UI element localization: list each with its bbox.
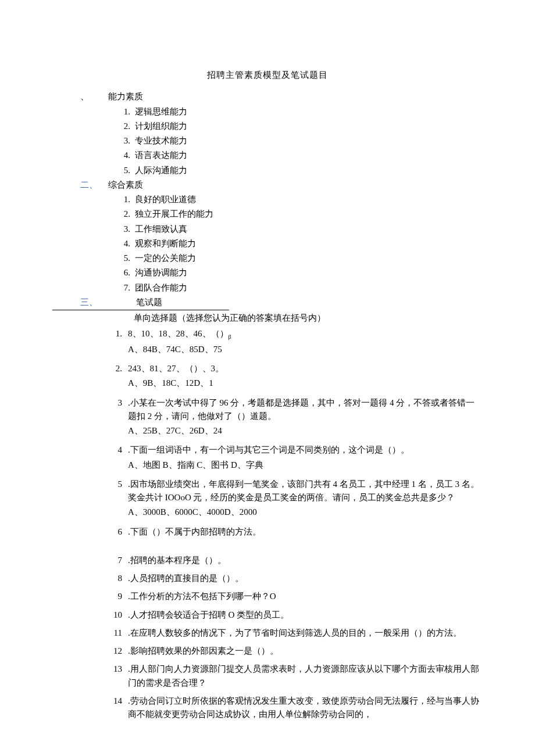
question-4: 4 .下面一组词语中，有一个词与其它三个词是不同类别的，这个词是（）。 A、地图… xyxy=(108,443,483,474)
q-opts: A、84B、74C、85D、75 xyxy=(128,343,483,356)
question-7: 7 .招聘的基本程序是（）。 xyxy=(108,554,483,568)
section-3-header: 三、 笔试题 xyxy=(52,296,483,310)
list-item: 6.沟通协调能力 xyxy=(117,266,483,280)
item-text: 工作细致认真 xyxy=(135,223,483,236)
q-num: 14 xyxy=(108,694,128,723)
q-body: .用人部门向人力资源部门提交人员需求表时，人力资源部应该从以下哪个方面去审核用人… xyxy=(128,662,483,691)
q-num: 2. xyxy=(108,362,128,393)
section-3-label: 笔试题 xyxy=(136,296,229,310)
section-2-num: 二、 xyxy=(52,178,108,192)
section-3-subtitle: 单向选择题（选择您认为正确的答案填在括号内） xyxy=(52,311,483,325)
item-num: 5. xyxy=(117,164,135,177)
q-body: .因市场部业绩突出，年底得到一笔奖金，该部门共有 4 名员工，其中经理 1 名，… xyxy=(128,478,483,522)
item-num: 2. xyxy=(117,120,135,133)
list-item: 1.良好的职业道德 xyxy=(117,193,483,206)
item-num: 3. xyxy=(117,134,135,148)
q-body: .人才招聘会较适合于招聘 O 类型的员工。 xyxy=(128,608,483,623)
section-1-list: 1.逻辑思维能力 2.计划组织能力 3.专业技术能力 4.语言表达能力 5.人际… xyxy=(52,105,483,177)
question-9: 9 .工作分析的方法不包括下列哪一种？O xyxy=(108,590,483,604)
question-1: 1. 8、10、18、28、46、（）β A、84B、74C、85D、75 xyxy=(108,327,483,359)
q-num: 13 xyxy=(108,662,128,691)
stem-text: 劳动合同订立时所依据的客观情况发生重大改变，致使原劳动合同无法履行，经与当事人协… xyxy=(128,696,479,719)
stem-text: 影响招聘效果的外部因素之一是（）。 xyxy=(130,646,279,655)
list-item: 2.计划组织能力 xyxy=(117,120,483,133)
list-item: 1.逻辑思维能力 xyxy=(117,105,483,119)
item-text: 语言表达能力 xyxy=(135,149,483,162)
item-num: 7. xyxy=(117,281,135,295)
item-text: 观察和判断能力 xyxy=(135,237,483,250)
q-num: 9 xyxy=(108,590,128,604)
list-item: 3.工作细致认真 xyxy=(117,223,483,236)
item-num: 1. xyxy=(117,105,135,119)
stem-text: 招聘的基本程序是（）。 xyxy=(130,556,226,565)
item-text: 人际沟通能力 xyxy=(135,164,483,177)
q-stem: .人员招聘的直接目的是（）。 xyxy=(128,572,483,585)
question-6: 6 .下面（）不属于内部招聘的方法。 xyxy=(108,525,483,540)
q-num: 10 xyxy=(108,608,128,623)
question-3: 3 .小某在一次考试中得了 96 分，考题都是选择题，其中，答对一题得 4 分，… xyxy=(108,396,483,440)
item-text: 专业技术能力 xyxy=(135,134,483,148)
q-stem: .下面一组词语中，有一个词与其它三个词是不同类别的，这个词是（）。 xyxy=(128,443,483,457)
item-num: 4. xyxy=(117,149,135,162)
q-body: .下面（）不属于内部招聘的方法。 xyxy=(128,525,483,540)
stem-text: 工作分析的方法不包括下列哪一种？O xyxy=(130,592,276,601)
list-item: 5.人际沟通能力 xyxy=(117,164,483,177)
item-num: 2. xyxy=(117,207,135,221)
q-num: 1. xyxy=(108,327,128,359)
section-1-num: 、 xyxy=(52,90,108,103)
item-num: 5. xyxy=(117,252,135,265)
stem-text: 下面（）不属于内部招聘的方法。 xyxy=(130,527,261,536)
q-body: .工作分析的方法不包括下列哪一种？O xyxy=(128,590,483,604)
q-num: 3 xyxy=(108,396,128,440)
stem-text: 人才招聘会较适合于招聘 O 类型的员工。 xyxy=(130,610,289,619)
q-body: 8、10、18、28、46、（）β A、84B、74C、85D、75 xyxy=(128,327,483,359)
q-body: .在应聘人数较多的情况下，为了节省时间达到筛选人员的目的，一般采用（）的方法。 xyxy=(128,626,483,641)
question-2: 2. 243、81、27、（）、3。 A、9B、18C、12D、1 xyxy=(108,362,483,393)
q-stem: .工作分析的方法不包括下列哪一种？O xyxy=(128,590,483,603)
stem-text: 小某在一次考试中得了 96 分，考题都是选择题，其中，答对一题得 4 分，不答或… xyxy=(128,398,475,421)
question-12: 12 .影响招聘效果的外部因素之一是（）。 xyxy=(108,644,483,659)
list-item: 4.语言表达能力 xyxy=(117,149,483,162)
q-stem: .招聘的基本程序是（）。 xyxy=(128,554,483,567)
q-stem: .人才招聘会较适合于招聘 O 类型的员工。 xyxy=(128,608,483,622)
item-num: 4. xyxy=(117,237,135,250)
stem-text: 人员招聘的直接目的是（）。 xyxy=(130,574,244,583)
question-11: 11 .在应聘人数较多的情况下，为了节省时间达到筛选人员的目的，一般采用（）的方… xyxy=(108,626,483,641)
subscript: β xyxy=(229,334,231,340)
q-opts: A、9B、18C、12D、1 xyxy=(128,377,483,390)
item-text: 良好的职业道德 xyxy=(135,193,483,206)
q-stem: .在应聘人数较多的情况下，为了节省时间达到筛选人员的目的，一般采用（）的方法。 xyxy=(128,626,483,640)
section-2-label: 综合素质 xyxy=(108,178,143,192)
q-num: 5 xyxy=(108,478,128,522)
question-block: 1. 8、10、18、28、46、（）β A、84B、74C、85D、75 2.… xyxy=(52,327,483,722)
question-8: 8 .人员招聘的直接目的是（）。 xyxy=(108,572,483,586)
question-14: 14 .劳动合同订立时所依据的客观情况发生重大改变，致使原劳动合同无法履行，经与… xyxy=(108,694,483,723)
item-text: 独立开展工作的能力 xyxy=(135,207,483,221)
list-item: 7.团队合作能力 xyxy=(117,281,483,295)
stem-text: 用人部门向人力资源部门提交人员需求表时，人力资源部应该从以下哪个方面去审核用人部… xyxy=(128,664,479,687)
q-stem: .劳动合同订立时所依据的客观情况发生重大改变，致使原劳动合同无法履行，经与当事人… xyxy=(128,694,483,722)
section-3-num: 三、 xyxy=(52,296,136,310)
item-text: 沟通协调能力 xyxy=(135,266,483,280)
item-text: 团队合作能力 xyxy=(135,281,483,295)
spacer xyxy=(108,543,483,554)
q-stem: .影响招聘效果的外部因素之一是（）。 xyxy=(128,644,483,658)
list-item: 4.观察和判断能力 xyxy=(117,237,483,250)
section-2-list: 1.良好的职业道德 2.独立开展工作的能力 3.工作细致认真 4.观察和判断能力… xyxy=(52,193,483,295)
question-13: 13 .用人部门向人力资源部门提交人员需求表时，人力资源部应该从以下哪个方面去审… xyxy=(108,662,483,691)
q-num: 4 xyxy=(108,443,128,474)
stem-text: 下面一组词语中，有一个词与其它三个词是不同类别的，这个词是（）。 xyxy=(130,445,409,454)
item-text: 计划组织能力 xyxy=(135,120,483,133)
q-num: 6 xyxy=(108,525,128,540)
section-2-header: 二、 综合素质 xyxy=(52,178,483,192)
question-10: 10 .人才招聘会较适合于招聘 O 类型的员工。 xyxy=(108,608,483,623)
q-body: .劳动合同订立时所依据的客观情况发生重大改变，致使原劳动合同无法履行，经与当事人… xyxy=(128,694,483,723)
section-1-label: 能力素质 xyxy=(108,90,143,103)
item-num: 3. xyxy=(117,223,135,236)
q-num: 8 xyxy=(108,572,128,586)
stem-text: 8、10、18、28、46、（） xyxy=(128,329,229,338)
question-5: 5 .因市场部业绩突出，年底得到一笔奖金，该部门共有 4 名员工，其中经理 1 … xyxy=(108,478,483,522)
q-body: 243、81、27、（）、3。 A、9B、18C、12D、1 xyxy=(128,362,483,393)
q-stem: .因市场部业绩突出，年底得到一笔奖金，该部门共有 4 名员工，其中经理 1 名，… xyxy=(128,478,483,505)
section-1-header: 、 能力素质 xyxy=(52,90,483,103)
